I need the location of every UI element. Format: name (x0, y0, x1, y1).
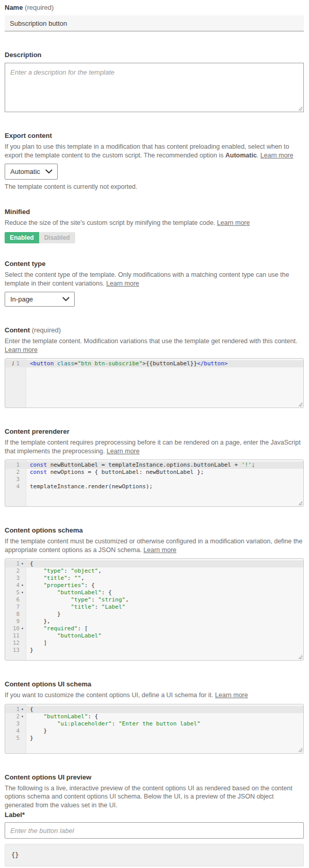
fold-arrow-icon[interactable]: ▾ (20, 582, 25, 589)
learn-more-link[interactable]: Learn more (261, 152, 294, 159)
learn-more-link[interactable]: Learn more (106, 280, 139, 287)
line-gutter: i1 (5, 360, 26, 367)
line-gutter: 4 (5, 483, 26, 490)
code-line[interactable]: 4 } (5, 728, 303, 735)
fold-arrow-icon[interactable]: ▾ (20, 589, 25, 596)
content-prerenderer-description: If the template content requires preproc… (5, 438, 304, 455)
code-line-text: <button class="btn btn-subscribe">{{butt… (26, 360, 228, 367)
content-type-select[interactable]: In-page (5, 292, 75, 307)
code-line-text: } (26, 728, 47, 735)
minified-enabled-button[interactable]: Enabled (5, 232, 39, 243)
export-content-description: If you plan to use this template in a mo… (5, 143, 304, 160)
code-line[interactable]: 7 "title": "Label" (5, 604, 303, 611)
code-line[interactable]: 8 } (5, 611, 303, 618)
fold-arrow-icon[interactable]: ▾ (20, 713, 25, 720)
code-line-text: "buttonLabel": { (26, 713, 98, 720)
content-code-editor[interactable]: i1<button class="btn btn-subscribe">{{bu… (5, 358, 304, 408)
code-line[interactable]: 11 "buttonLabel" (5, 632, 303, 640)
fold-arrow-icon[interactable]: ▾ (20, 625, 25, 632)
code-line[interactable]: 1const newButtonLabel = templateInstance… (5, 462, 303, 469)
content-options-ui-schema-field: Content options UI schema If you want to… (5, 680, 304, 754)
line-gutter: 2 (5, 469, 26, 476)
export-content-select[interactable]: Automatic (5, 164, 58, 180)
learn-more-link[interactable]: Learn more (5, 346, 38, 353)
code-line[interactable]: 1▾{ (5, 706, 303, 713)
line-gutter: 1▾ (5, 560, 26, 568)
code-line[interactable]: 10▾ "required": [ (5, 625, 303, 632)
content-options-ui-schema-label: Content options UI schema (5, 680, 304, 688)
name-input[interactable]: Subscription button (5, 15, 304, 31)
code-line-text: "ui:placeholder": "Enter the button labe… (26, 720, 200, 728)
code-line[interactable]: 2const newOptions = { buttonLabel: newBu… (5, 469, 303, 476)
export-content-label: Export content (5, 132, 304, 140)
template-settings-form: Name (required) Subscription button Desc… (0, 0, 309, 868)
resize-handle-icon[interactable] (298, 501, 302, 505)
required-suffix: (required) (32, 326, 61, 334)
content-prerenderer-code-editor[interactable]: 1const newButtonLabel = templateInstance… (5, 459, 304, 507)
learn-more-link[interactable]: Learn more (217, 219, 250, 226)
resize-handle-icon[interactable] (298, 106, 302, 111)
content-options-ui-preview-description: The following is a live, interactive pre… (5, 784, 304, 810)
minified-disabled-button[interactable]: Disabled (39, 232, 75, 243)
code-line-text (26, 476, 33, 483)
content-type-field: Content type Select the content type of … (5, 260, 304, 307)
content-options-ui-preview-label: Content options UI preview (5, 773, 304, 782)
code-line[interactable]: i1<button class="btn btn-subscribe">{{bu… (5, 360, 303, 367)
content-field: Content (required) Enter the template co… (5, 326, 304, 408)
code-line[interactable]: 13} (5, 647, 303, 654)
code-line-text: "properties": { (26, 582, 95, 589)
export-status-text: The template content is currently not ex… (5, 183, 304, 191)
code-line[interactable]: 1▾{ (5, 560, 303, 568)
preview-field-label: Label* (5, 811, 304, 819)
code-line[interactable]: 4▾ "properties": { (5, 582, 303, 589)
code-line[interactable]: 3 "title": "", (5, 575, 303, 582)
code-line[interactable]: 12 ] (5, 640, 303, 647)
minified-desc-text: Reduce the size of the site's custom scr… (5, 219, 217, 226)
resize-handle-icon[interactable] (298, 654, 302, 659)
content-prerenderer-field: Content prerenderer If the template cont… (5, 428, 304, 507)
code-line-text: "title": "", (26, 575, 84, 582)
code-line-text: "type": "object", (26, 568, 101, 575)
content-options-ui-schema-code-editor[interactable]: 1▾{2▾ "buttonLabel": {3 "ui:placeholder"… (5, 704, 304, 754)
line-gutter: 8 (5, 611, 26, 618)
code-line[interactable]: 3 (5, 476, 303, 483)
content-options-schema-field: Content options schema If the template c… (5, 526, 304, 661)
code-line-text: "buttonLabel": { (26, 589, 112, 596)
content-options-schema-code-editor[interactable]: 1▾{2 "type": "object",3 "title": "",4▾ "… (5, 558, 304, 661)
export-content-select-value: Automatic (10, 168, 40, 175)
resize-handle-icon[interactable] (298, 402, 302, 406)
code-line[interactable]: 2 "type": "object", (5, 568, 303, 575)
code-line[interactable]: 9 }, (5, 618, 303, 625)
code-line-text: { (26, 560, 33, 568)
minified-toggle: Enabled Disabled (5, 232, 75, 243)
description-textarea[interactable]: Enter a description for the template (5, 63, 304, 112)
code-line[interactable]: 5} (5, 735, 303, 742)
content-description: Enter the template content. Modification… (5, 337, 304, 354)
required-suffix: (required) (25, 4, 54, 11)
code-line-text: } (26, 647, 33, 654)
line-gutter: 4▾ (5, 582, 26, 589)
line-gutter: 12 (5, 640, 26, 647)
code-line-text: ] (26, 640, 47, 647)
learn-more-link[interactable]: Learn more (144, 546, 177, 554)
code-line[interactable]: 4templateInstance.render(newOptions); (5, 483, 303, 490)
learn-more-link[interactable]: Learn more (215, 692, 248, 699)
minified-description: Reduce the size of the site's custom scr… (5, 219, 304, 227)
preview-label-input[interactable]: Enter the button label (5, 822, 304, 839)
export-content-field: Export content If you plan to use this t… (5, 132, 304, 191)
preview-json-output: {} (5, 844, 304, 866)
fold-arrow-icon[interactable]: ▾ (20, 560, 25, 568)
description-placeholder: Enter a description for the template (10, 68, 114, 76)
code-line[interactable]: 5▾ "buttonLabel": { (5, 589, 303, 596)
line-gutter: 2 (5, 568, 26, 575)
code-line-text: { (26, 706, 33, 713)
code-line[interactable]: 6 "type": "string", (5, 596, 303, 604)
learn-more-link[interactable]: Learn more (107, 448, 140, 455)
line-gutter: 5 (5, 735, 26, 742)
fold-arrow-icon[interactable]: ▾ (20, 706, 25, 713)
resize-handle-icon[interactable] (298, 748, 302, 752)
line-gutter: 1 (5, 462, 26, 469)
code-line[interactable]: 2▾ "buttonLabel": { (5, 713, 303, 720)
line-gutter: 7 (5, 604, 26, 611)
code-line[interactable]: 3 "ui:placeholder": "Enter the button la… (5, 720, 303, 728)
